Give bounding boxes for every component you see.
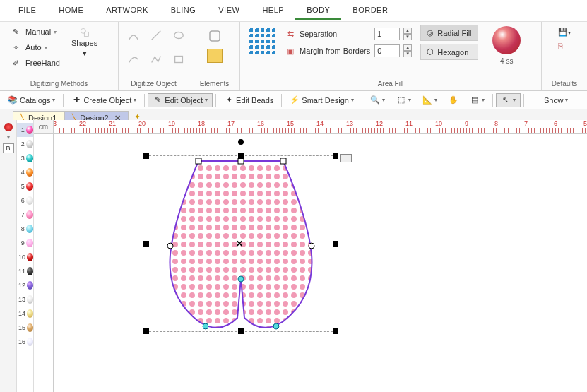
ruler-tick-label: 20 [138,120,146,127]
resize-handle-bl[interactable] [143,328,149,334]
polyline-icon[interactable] [148,52,164,67]
ruler-tick-label: 7 [524,120,528,127]
bead-number: 13 [18,296,25,303]
bead-palette-item[interactable]: 5 [17,179,33,194]
edit-object-button[interactable]: ✎Edit Object▾ [148,93,213,107]
resize-handle-tm[interactable] [238,153,244,159]
menu-home[interactable]: HOME [47,3,95,20]
radial-fill-button[interactable]: ◎Radial Fill [420,25,478,41]
rail-b-button[interactable]: B [3,143,14,153]
ruler-tick-label: 19 [168,120,175,127]
hexagon-icon: ⬡ [427,47,434,57]
bead-palette-item[interactable]: 10 [17,250,33,264]
bead-palette-item[interactable]: 9 [17,236,33,250]
curve-tool-icon[interactable] [126,28,141,43]
closed-curve-icon[interactable] [171,28,186,43]
line-tool-icon[interactable] [148,28,164,43]
separator [63,94,64,107]
center-mark-icon: ✕ [236,239,243,249]
ruler-tick-label: 21 [109,120,116,127]
rail-caret[interactable]: ▾ [7,134,10,141]
bead-preview-icon[interactable] [492,26,521,54]
load-defaults-icon[interactable]: ⎘ [558,42,571,53]
bead-palette-item[interactable]: 8 [17,222,33,236]
resize-handle-tr[interactable] [333,153,338,159]
rotate-handle[interactable] [238,139,244,145]
rail-color-button[interactable] [4,123,13,131]
play-button[interactable]: ▤▾ [465,93,490,107]
bead-number: 9 [18,239,25,247]
bead-palette-item[interactable]: 3 [17,151,33,165]
ruler-tick-label: 10 [435,120,442,127]
shapes-button[interactable]: Shapes▾ [67,25,102,61]
ruler-unit[interactable]: cm [34,120,54,134]
margin-spinner[interactable]: ▲▼ [403,44,412,57]
bead-palette-item[interactable]: 12 [17,278,33,292]
bead-palette-item[interactable]: 16 [17,335,33,349]
menu-help[interactable]: HELP [251,3,295,20]
shapes-icon [80,28,90,37]
catalogs-button[interactable]: 📚Catalogs▾ [3,93,60,107]
bead-palette-item[interactable]: 15 [17,321,33,335]
svg-point-0 [81,28,85,33]
select-tool-button[interactable]: ⬚▾ [391,93,416,107]
ribbon-group-digitize-object: Digitize Object [119,22,189,90]
ruler-tick-label: 5 [583,120,587,127]
bead-swatch-icon [27,253,33,261]
resize-handle-ml[interactable] [143,241,149,247]
rect-tool-icon[interactable] [171,52,186,67]
element-fill-icon[interactable] [207,49,223,63]
create-object-button[interactable]: ✚Create Object▾ [66,93,141,107]
element-outline-icon[interactable] [206,28,223,44]
ruler-tick-label: 16 [257,120,264,127]
bead-palette-item[interactable]: 2 [17,137,33,151]
edit-beads-button[interactable]: ✦Edit Beads [219,93,278,107]
separator [281,94,282,107]
ribbon-group-defaults: 💾▾ ⎘ Defaults [542,22,587,90]
bead-palette-item[interactable]: 4 [17,165,33,179]
ruler-tick-label: 12 [376,120,383,127]
radial-label: Radial Fill [437,29,471,37]
zoom-button[interactable]: 🔍▾ [365,93,390,107]
save-defaults-icon[interactable]: 💾▾ [558,28,571,39]
object-tag-icon[interactable] [340,154,352,162]
separator [523,94,524,107]
smart-design-button[interactable]: ⚡Smart Design▾ [285,93,359,107]
separation-input[interactable] [374,28,400,40]
resize-handle-bm[interactable] [238,328,244,334]
hexagon-fill-button[interactable]: ⬡Hexagon [420,44,478,60]
bead-palette-item[interactable]: 6 [17,194,33,208]
arc-tool-icon[interactable] [126,52,141,67]
margin-input[interactable] [374,44,400,57]
menu-body[interactable]: BODY [295,3,341,20]
canvas[interactable]: ✕ [54,134,587,392]
create-label: Create Object [83,96,131,105]
bead-palette-item[interactable]: 1 [17,123,33,137]
resize-handle-br[interactable] [333,328,338,334]
menu-view[interactable]: VIEW [207,3,251,20]
pan-button[interactable]: ✋ [444,93,463,107]
menu-border[interactable]: BORDER [341,3,399,20]
show-button[interactable]: ☰Show▾ [527,93,574,107]
menu-bling[interactable]: BLING [160,3,208,20]
ruler-tick-label: 13 [346,120,353,127]
freehand-button[interactable]: ✐FreeHand [6,56,63,70]
bead-palette-item[interactable]: 11 [17,264,33,278]
resize-handle-mr[interactable] [333,241,338,247]
manual-button[interactable]: ✎Manual▾ [6,25,63,39]
measure-button[interactable]: 📐▾ [417,93,442,107]
separation-spinner[interactable]: ▲▼ [403,28,412,40]
bead-swatch-icon [27,295,33,304]
bead-swatch-icon [26,154,33,162]
bead-number: 8 [18,225,25,232]
menu-artwork[interactable]: ARTWORK [95,3,160,20]
resize-handle-tl[interactable] [143,153,149,159]
bead-palette-item[interactable]: 7 [17,208,33,222]
ruler-tick-label: 11 [405,120,413,127]
bead-palette-item[interactable]: 13 [17,292,33,307]
auto-button[interactable]: ✧Auto▾ [6,40,63,54]
bead-palette-item[interactable]: 14 [17,307,33,321]
pointer-button[interactable]: ↖▾ [496,93,521,107]
bead-swatch-icon [26,168,33,177]
menu-file[interactable]: FILE [7,3,47,20]
